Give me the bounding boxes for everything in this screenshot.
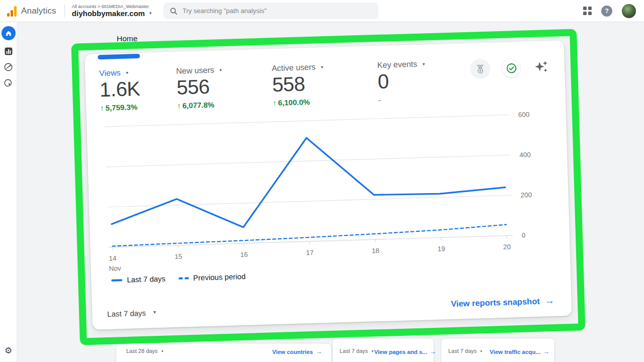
search-icon [170,7,178,15]
reports-icon [4,47,13,56]
advertising-icon [4,78,13,88]
arrow-right-icon: → [315,348,322,355]
sidebar-item-explore[interactable] [4,62,13,72]
svg-text:600: 600 [518,111,530,119]
search-bar[interactable] [164,3,378,19]
sidebar-item-advertising[interactable] [4,78,13,88]
home-snapshot-card: Views▼ 1.6K ↑5,759.3% New users▼ 556 ↑6,… [85,40,572,330]
chevron-down-icon: ▼ [125,70,129,75]
metric-new-users[interactable]: New users▼ 556 ↑6,077.8% [176,64,273,110]
highlight-overlay: Views▼ 1.6K ↑5,759.3% New users▼ 556 ↑6,… [71,29,585,345]
legend-previous-period: Previous period [179,272,246,283]
metric-new-users-value: 556 [176,74,272,98]
svg-text:200: 200 [520,191,532,199]
arrow-up-icon: ↑ [100,104,104,112]
setup-complete-button[interactable] [502,58,521,78]
svg-text:19: 19 [437,245,445,252]
insights-sparkle-icon [534,59,549,75]
check-circle-icon [505,62,517,74]
svg-text:14: 14 [109,254,117,262]
account-switcher[interactable]: All accounts > 601MEDIA_Webmaster diyhob… [72,4,152,18]
home-icon [5,29,13,37]
metric-views-value: 1.6K [100,77,177,100]
brand-name: Analytics [21,6,56,16]
settings-gear-icon[interactable]: ⚙ [5,345,12,356]
avatar[interactable] [622,4,636,18]
metric-key-events[interactable]: Key events▼ 0 - [377,59,454,104]
insights-button[interactable] [532,58,551,76]
medal-icon [474,63,486,74]
metric-views[interactable]: Views▼ 1.6K ↑5,759.3% [99,67,177,112]
sidebar-item-reports[interactable] [4,47,13,56]
metric-key-events-value: 0 [377,69,453,92]
help-icon[interactable]: ? [601,6,612,17]
benchmark-button[interactable] [470,58,491,79]
countries-card: Last 28 days▼ View countries→ [116,343,332,362]
property-name: diyhobbymaker.com [72,9,145,18]
trend-chart: 020040060014151617181920Nov [101,101,556,274]
view-countries-link[interactable]: View countries→ [272,348,322,355]
card-actions [470,57,551,79]
view-traffic-link[interactable]: View traffic acqu...→ [490,348,549,355]
chevron-down-icon: ▼ [479,349,482,353]
sidebar-item-home[interactable] [2,26,16,40]
arrow-right-icon: → [430,348,436,355]
svg-text:Nov: Nov [109,264,121,273]
chevron-down-icon: ▼ [148,11,152,16]
explore-icon [4,62,13,72]
solid-line-swatch [111,279,122,282]
chevron-down-icon: ▼ [160,349,164,353]
metric-key-events-delta: - [378,94,454,104]
metric-active-users[interactable]: Active users▼ 558 ↑6,100.0% [272,61,378,107]
traffic-card: Last 7 days▼ View traffic acqu...→ [441,338,555,362]
metric-views-delta: ↑5,759.3% [100,102,177,112]
view-reports-snapshot-link[interactable]: View reports snapshot → [451,295,554,309]
dashed-line-swatch [179,277,189,280]
metric-active-users-value: 558 [272,71,378,95]
pages-date-range-dropdown[interactable]: Last 7 days▼ [340,348,374,354]
svg-text:18: 18 [372,247,379,254]
search-input[interactable] [183,7,372,15]
left-nav: ⚙ [0,22,17,362]
svg-text:0: 0 [522,232,526,239]
svg-text:16: 16 [240,251,248,258]
account-breadcrumb: All accounts > 601MEDIA_Webmaster [72,4,152,9]
svg-text:15: 15 [175,253,182,260]
chevron-down-icon: ▼ [320,65,324,69]
chevron-down-icon: ▼ [152,310,157,315]
header-divider [64,5,65,18]
svg-text:20: 20 [503,243,511,250]
arrow-right-icon: → [545,295,555,307]
countries-date-range-dropdown[interactable]: Last 28 days▼ [126,348,164,354]
active-metric-tab-indicator [98,54,140,59]
top-bar: Analytics All accounts > 601MEDIA_Webmas… [0,0,644,22]
arrow-up-icon: ↑ [273,99,277,107]
svg-text:400: 400 [519,151,531,159]
pages-card: Last 7 days▼ View pages and s...→ [332,338,434,362]
apps-grid-icon[interactable] [583,7,592,15]
traffic-date-range-dropdown[interactable]: Last 7 days▼ [448,348,483,354]
arrow-right-icon: → [543,348,549,355]
chevron-down-icon: ▼ [219,68,223,72]
metric-active-users-delta: ↑6,100.0% [273,96,378,107]
view-pages-link[interactable]: View pages and s...→ [374,348,436,355]
chevron-down-icon: ▼ [422,62,426,66]
arrow-up-icon: ↑ [177,102,181,110]
date-range-dropdown[interactable]: Last 7 days ▼ [107,308,157,318]
legend-last-7-days: Last 7 days [111,275,166,285]
analytics-logo-icon [7,6,17,17]
svg-text:17: 17 [306,249,313,256]
metric-new-users-delta: ↑6,077.8% [177,99,273,110]
